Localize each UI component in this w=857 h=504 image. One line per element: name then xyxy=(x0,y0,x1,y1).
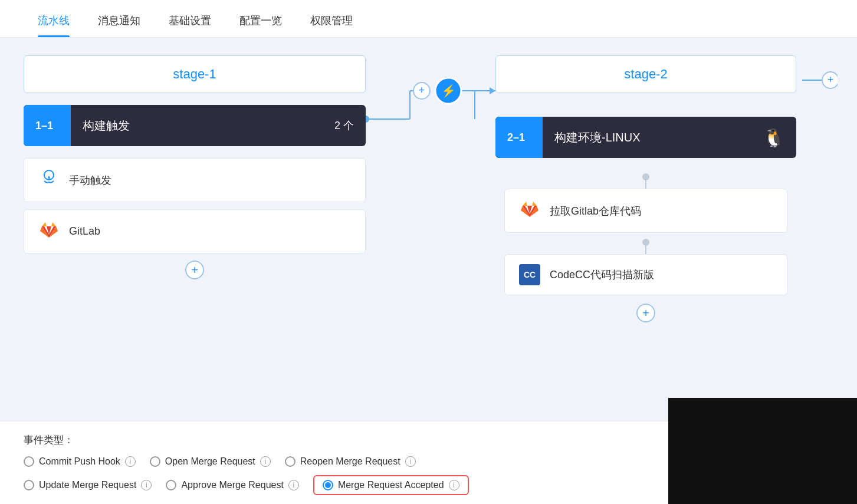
plus-icon-stage1: + xyxy=(191,263,198,277)
option-open-mr-label: Open Merge Request xyxy=(165,456,255,467)
svg-text:+: + xyxy=(828,74,834,85)
radio-accepted-mr[interactable] xyxy=(323,480,333,490)
radio-update-mr[interactable] xyxy=(24,480,34,490)
step-codecc-label: CodeCC代码扫描新版 xyxy=(550,268,654,282)
tab-notification[interactable]: 消息通知 xyxy=(84,14,155,37)
stage-1-header: stage-1 xyxy=(24,55,366,93)
stage2-right-connector: + xyxy=(802,68,838,92)
info-icon-commit-push[interactable]: i xyxy=(125,456,136,467)
step-dot-1 xyxy=(642,173,649,180)
svg-point-2 xyxy=(366,116,369,123)
option-update-mr[interactable]: Update Merge Request i xyxy=(24,480,152,490)
option-commit-push-label: Commit Push Hook xyxy=(39,456,120,467)
job-number-2-1: 2–1 xyxy=(495,117,543,158)
stage-2-block: stage-2 + 2–1 构建环境-LINUX 🐧 xyxy=(495,55,838,322)
tab-config-overview[interactable]: 配置一览 xyxy=(225,14,296,37)
stage-1-add-button[interactable]: + xyxy=(185,261,204,279)
step-gitlab-icon xyxy=(519,199,540,223)
stage-1-label: stage-1 xyxy=(173,67,216,81)
pipeline-area: stage-1 1–1 构建触发 2 个 xyxy=(0,38,857,421)
linux-icon: 🐧 xyxy=(763,127,796,148)
option-reopen-mr[interactable]: Reopen Merge Request i xyxy=(285,456,416,467)
svg-marker-11 xyxy=(490,87,495,94)
stage-2-label: stage-2 xyxy=(624,67,667,81)
info-icon-reopen-mr[interactable]: i xyxy=(405,456,416,467)
tab-permission[interactable]: 权限管理 xyxy=(296,14,367,37)
job-count-1-1: 2 个 xyxy=(334,118,366,133)
radio-reopen-mr[interactable] xyxy=(285,456,295,467)
step-codecc[interactable]: CC CodeCC代码扫描新版 xyxy=(504,254,787,295)
svg-text:⚡: ⚡ xyxy=(441,84,456,98)
step-connector-2 xyxy=(645,246,646,254)
step-connector-1 xyxy=(645,180,646,189)
option-accepted-mr[interactable]: Merge Request Accepted i xyxy=(313,475,469,495)
option-approve-mr[interactable]: Approve Merge Request i xyxy=(166,480,298,490)
option-open-mr[interactable]: Open Merge Request i xyxy=(150,456,271,467)
info-icon-accepted-mr[interactable]: i xyxy=(449,480,459,490)
stage-2-header: stage-2 xyxy=(495,55,796,93)
job-title-2-1: 构建环境-LINUX xyxy=(543,130,763,146)
stage-2-add-button[interactable]: + xyxy=(636,304,655,322)
info-icon-approve-mr[interactable]: i xyxy=(288,480,299,490)
info-icon-open-mr[interactable]: i xyxy=(260,456,271,467)
black-overlay xyxy=(668,398,857,504)
svg-point-0 xyxy=(44,170,54,180)
job-number-1-1: 1–1 xyxy=(24,105,71,146)
gitlab-icon xyxy=(38,219,60,243)
manual-trigger-icon xyxy=(38,168,60,192)
connector-svg: + ⚡ xyxy=(366,55,495,244)
step-gitlab-pull-label: 拉取Gitlab仓库代码 xyxy=(550,204,641,218)
tab-pipeline[interactable]: 流水线 xyxy=(24,14,84,37)
step-gitlab-pull[interactable]: 拉取Gitlab仓库代码 xyxy=(504,189,787,233)
info-icon-update-mr[interactable]: i xyxy=(141,480,152,490)
codecc-icon: CC xyxy=(519,264,540,285)
radio-commit-push[interactable] xyxy=(24,456,34,467)
trigger-items: 手动触发 GitLab xyxy=(24,158,366,253)
option-approve-mr-label: Approve Merge Request xyxy=(181,480,283,490)
trigger-gitlab[interactable]: GitLab xyxy=(24,209,366,253)
radio-open-mr[interactable] xyxy=(150,456,160,467)
stage-1-block: stage-1 1–1 构建触发 2 个 xyxy=(24,55,366,279)
svg-text:+: + xyxy=(419,84,425,96)
tab-basic-settings[interactable]: 基础设置 xyxy=(155,14,225,37)
option-reopen-mr-label: Reopen Merge Request xyxy=(300,456,400,467)
step-dot-2 xyxy=(642,239,649,246)
trigger-gitlab-label: GitLab xyxy=(69,225,100,238)
option-update-mr-label: Update Merge Request xyxy=(39,480,136,490)
option-accepted-mr-label: Merge Request Accepted xyxy=(338,480,444,490)
radio-approve-mr[interactable] xyxy=(166,480,176,490)
trigger-manual[interactable]: 手动触发 xyxy=(24,158,366,202)
top-nav: 流水线 消息通知 基础设置 配置一览 权限管理 xyxy=(0,0,857,38)
job-card-1-1[interactable]: 1–1 构建触发 2 个 xyxy=(24,105,366,146)
job-title-1-1: 构建触发 xyxy=(71,118,334,134)
plus-icon-stage2: + xyxy=(642,307,649,320)
trigger-manual-label: 手动触发 xyxy=(69,173,111,187)
option-commit-push[interactable]: Commit Push Hook i xyxy=(24,456,136,467)
job-card-2-1[interactable]: 2–1 构建环境-LINUX 🐧 xyxy=(495,117,796,158)
